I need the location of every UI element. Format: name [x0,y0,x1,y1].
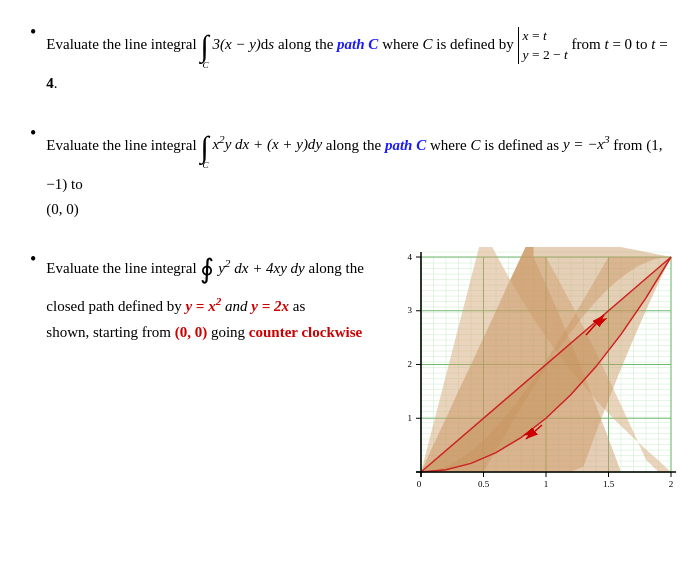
p3-text-block: Evaluate the line integral ∮ y2 dx + 4xy… [46,247,386,346]
svg-text:2: 2 [408,359,413,369]
svg-text:4: 4 [408,252,413,262]
svg-text:1: 1 [544,479,549,489]
curve-label-1: C [423,36,433,52]
graph-container: 0 0.5 1 1.5 2 1 [386,247,686,502]
path-eq2: y = 2x [251,298,289,314]
integrand-1: 3(x − y)ds [212,36,274,52]
integral-2: ∫C [200,121,208,172]
problem-2: • Evaluate the line integral ∫C x2y dx +… [30,121,670,223]
x-ticks: 0 0.5 1 1.5 2 [417,472,674,489]
bullet-2: • [30,123,36,144]
svg-text:3: 3 [408,305,413,315]
svg-text:0: 0 [417,479,422,489]
integral-1: ∫C [200,20,208,71]
curve-def-2: y = −x3 [563,136,610,152]
piecewise-1: x = t y = 2 − t [518,27,568,65]
bullet-3: • [30,249,36,270]
svg-text:1.5: 1.5 [603,479,615,489]
graph-svg: 0 0.5 1 1.5 2 1 [386,247,686,502]
problem-2-content: Evaluate the line integral ∫C x2y dx + (… [46,121,670,223]
direction-text: counter clockwise [249,324,362,340]
problem-1: • Evaluate the line integral ∫C 3(x − y)… [30,20,670,97]
path-eq1: y = x2 [185,298,221,314]
integrand-3: y2 dx + 4xy dy [218,260,305,276]
bullet-1: • [30,22,36,43]
path-label-1: path C [337,36,378,52]
svg-text:0.5: 0.5 [478,479,490,489]
and-text: and [225,298,251,314]
problem-3-content: Evaluate the line integral ∮ y2 dx + 4xy… [46,247,670,502]
integrand-2: x2y dx + (x + y)dy [212,136,322,152]
integral-3: ∮ [200,247,214,293]
start-point: (0, 0) [175,324,208,340]
problem-3: • Evaluate the line integral ∮ y2 dx + 4… [30,247,670,502]
problem-1-content: Evaluate the line integral ∫C 3(x − y)ds… [46,20,670,97]
path-label-2: path C [385,136,426,152]
svg-text:2: 2 [669,479,674,489]
y-ticks: 1 2 3 4 [408,252,422,472]
svg-text:1: 1 [408,413,413,423]
p3-layout: Evaluate the line integral ∮ y2 dx + 4xy… [46,247,670,502]
